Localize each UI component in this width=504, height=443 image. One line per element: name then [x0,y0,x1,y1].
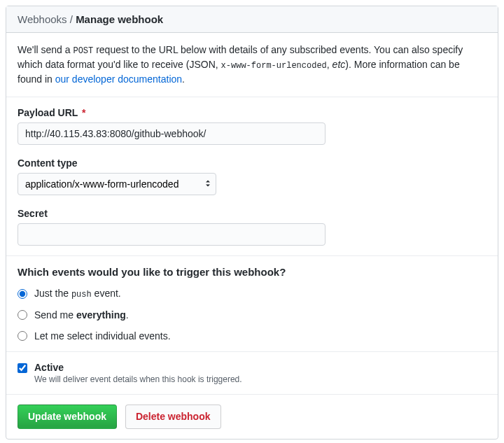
intro-text: We'll send a POST request to the URL bel… [6,33,498,97]
form-section: Payload URL * Content type application/x… [6,97,498,256]
delete-webhook-button[interactable]: Delete webhook [125,405,221,429]
content-type-label: Content type [18,157,486,169]
required-asterisk: * [82,107,85,118]
event-option-everything[interactable]: Send me everything. [18,309,486,321]
events-heading: Which events would you like to trigger t… [18,266,486,278]
breadcrumb-separator: / [67,13,76,25]
panel-header: Webhooks / Manage webhook [6,6,498,33]
active-checkbox[interactable] [18,363,27,373]
active-description: We will deliver event details when this … [34,374,242,384]
events-section: Which events would you like to trigger t… [6,256,498,352]
payload-url-input[interactable] [18,122,326,145]
breadcrumb-parent[interactable]: Webhooks [18,13,67,25]
radio-individual[interactable] [18,331,27,341]
active-label: Active [34,362,242,373]
developer-docs-link[interactable]: our developer documentation [55,73,182,85]
radio-everything[interactable] [18,310,27,320]
secret-label: Secret [18,208,486,219]
actions-section: Update webhook Delete webhook [6,395,498,439]
page-title: Manage webhook [76,13,163,25]
radio-push[interactable] [18,289,27,299]
urlencoded-code: x-www-form-urlencoded [221,61,327,71]
active-section: Active We will deliver event details whe… [6,352,498,395]
secret-input[interactable] [18,223,326,246]
event-option-individual[interactable]: Let me select individual events. [18,330,486,342]
content-type-select[interactable]: application/x-www-form-urlencoded [18,173,216,195]
webhook-panel: Webhooks / Manage webhook We'll send a P… [6,6,498,440]
secret-group: Secret [18,208,486,246]
payload-url-label: Payload URL * [18,107,486,118]
event-option-push[interactable]: Just the push event. [18,288,486,300]
payload-url-group: Payload URL * [18,107,486,145]
update-webhook-button[interactable]: Update webhook [18,405,117,429]
content-type-group: Content type application/x-www-form-urle… [18,157,486,195]
post-code: POST [73,46,93,56]
